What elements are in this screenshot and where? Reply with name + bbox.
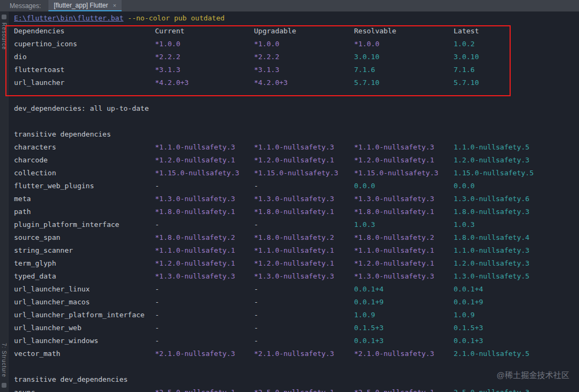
tab-flutter-app[interactable]: [flutter_app] Flutter × (48, 0, 122, 11)
table-row: term_glyph*1.2.0-nullsafety.1*1.2.0-null… (14, 257, 579, 270)
package-name: fluttertoast (14, 63, 155, 76)
table-row: vector_math*2.1.0-nullsafety.3*2.1.0-nul… (14, 347, 579, 360)
tab-label: [flutter_app] Flutter (54, 2, 108, 9)
version-latest: 1.0.2 (454, 38, 579, 51)
table-row: async*2.5.0-nullsafety.1*2.5.0-nullsafet… (14, 386, 579, 392)
version-latest: 1.1.0-nullsafety.3 (454, 244, 579, 257)
version-upgradable: *1.2.0-nullsafety.1 (254, 154, 354, 167)
package-name: dio (14, 51, 155, 63)
sidebar-item-structure[interactable]: 7: Structure (1, 343, 7, 377)
version-latest: 2.5.0-nullsafety.3 (454, 386, 579, 392)
version-latest: 3.0.10 (454, 51, 579, 63)
sidebar-item-resource[interactable]: Resource (1, 23, 7, 50)
version-current: - (155, 309, 254, 322)
messages-label: Messages: (0, 0, 46, 11)
table-row: path*1.8.0-nullsafety.1*1.8.0-nullsafety… (14, 205, 579, 218)
tool-window-icon (2, 15, 6, 19)
version-resolvable: 1.0.3 (354, 218, 454, 231)
table-row: url_launcher*4.2.0+3*4.2.0+35.7.105.7.10 (14, 76, 579, 89)
version-latest: 1.2.0-nullsafety.3 (454, 154, 579, 167)
version-upgradable: *1.8.0-nullsafety.2 (254, 231, 354, 244)
package-name: flutter_web_plugins (14, 180, 155, 193)
table-row: typed_data*1.3.0-nullsafety.3*1.3.0-null… (14, 270, 579, 283)
version-upgradable: *2.1.0-nullsafety.3 (254, 347, 354, 360)
package-name: url_launcher_platform_interface (14, 309, 155, 322)
package-name: path (14, 205, 155, 218)
version-upgradable: - (254, 334, 354, 347)
package-name: collection (14, 167, 155, 180)
version-resolvable: 0.0.0 (354, 180, 454, 193)
version-current: *1.0.0 (155, 38, 254, 51)
version-resolvable: 7.1.6 (354, 63, 454, 76)
version-latest: 1.1.0-nullsafety.5 (454, 141, 579, 154)
version-latest: 5.7.10 (454, 76, 579, 89)
version-current: *2.2.2 (155, 51, 254, 63)
package-name: vector_math (14, 347, 155, 360)
version-latest: 1.15.0-nullsafety.5 (454, 167, 579, 180)
version-upgradable: *1.1.0-nullsafety.1 (254, 244, 354, 257)
table-row: url_launcher_platform_interface--1.0.91.… (14, 309, 579, 322)
version-resolvable: *1.1.0-nullsafety.3 (354, 141, 454, 154)
command-path-link[interactable]: E:\flutter\bin\flutter.bat (14, 14, 124, 22)
watermark: @稀土掘金技术社区 (497, 369, 569, 380)
package-name: url_launcher_macos (14, 296, 155, 309)
table-row: dio*2.2.2*2.2.23.0.103.0.10 (14, 51, 579, 63)
version-current: - (155, 334, 254, 347)
version-resolvable: *2.5.0-nullsafety.1 (354, 386, 454, 392)
package-name: meta (14, 193, 155, 205)
column-header-upgradable: Upgradable (254, 25, 354, 38)
version-resolvable: *1.3.0-nullsafety.3 (354, 270, 454, 283)
transitive-dev-dependencies-table: async*2.5.0-nullsafety.1*2.5.0-nullsafet… (14, 386, 579, 392)
version-upgradable: *4.2.0+3 (254, 76, 354, 89)
column-header-dependencies: Dependencies (14, 25, 155, 38)
version-upgradable: *2.2.2 (254, 51, 354, 63)
version-upgradable: *1.15.0-nullsafety.3 (254, 167, 354, 180)
version-current: *1.2.0-nullsafety.1 (155, 257, 254, 270)
version-upgradable: *1.3.0-nullsafety.3 (254, 270, 354, 283)
table-row: charcode*1.2.0-nullsafety.1*1.2.0-nullsa… (14, 154, 579, 167)
table-row: url_launcher_web--0.1.5+30.1.5+3 (14, 322, 579, 334)
tool-window-stripe: Resource 7: Structure (0, 12, 9, 392)
run-panel-body: Resource 7: Structure E:\flutter\bin\flu… (0, 12, 579, 392)
column-header-latest: Latest (454, 25, 579, 38)
version-latest: 1.8.0-nullsafety.4 (454, 231, 579, 244)
blank-line (14, 360, 579, 373)
version-current: *1.8.0-nullsafety.2 (155, 231, 254, 244)
version-current: *1.3.0-nullsafety.3 (155, 270, 254, 283)
package-name: url_launcher (14, 76, 155, 89)
version-upgradable: *1.1.0-nullsafety.3 (254, 141, 354, 154)
run-panel-header: Messages: [flutter_app] Flutter × (0, 0, 579, 12)
version-resolvable: 0.1.5+3 (354, 322, 454, 334)
version-upgradable: - (254, 283, 354, 296)
version-latest: 2.1.0-nullsafety.5 (454, 347, 579, 360)
version-upgradable: *3.1.3 (254, 63, 354, 76)
transitive-dependencies-table: characters*1.1.0-nullsafety.3*1.1.0-null… (14, 141, 579, 360)
version-resolvable: *1.8.0-nullsafety.2 (354, 231, 454, 244)
console-output: E:\flutter\bin\flutter.bat --no-color pu… (9, 12, 579, 392)
version-resolvable: *1.15.0-nullsafety.3 (354, 167, 454, 180)
version-latest: 1.3.0-nullsafety.6 (454, 193, 579, 205)
blank-line (14, 89, 579, 102)
version-resolvable: 3.0.10 (354, 51, 454, 63)
version-upgradable: - (254, 296, 354, 309)
version-resolvable: 5.7.10 (354, 76, 454, 89)
version-current: - (155, 296, 254, 309)
version-resolvable: *1.0.0 (354, 38, 454, 51)
table-row: cupertino_icons*1.0.0*1.0.0*1.0.01.0.2 (14, 38, 579, 51)
table-row: meta*1.3.0-nullsafety.3*1.3.0-nullsafety… (14, 193, 579, 205)
close-icon[interactable]: × (113, 2, 116, 9)
version-current: *2.1.0-nullsafety.3 (155, 347, 254, 360)
table-row: source_span*1.8.0-nullsafety.2*1.8.0-nul… (14, 231, 579, 244)
version-upgradable: *1.3.0-nullsafety.3 (254, 193, 354, 205)
version-upgradable: - (254, 218, 354, 231)
version-current: - (155, 180, 254, 193)
version-resolvable: 1.0.9 (354, 309, 454, 322)
dev-dependencies-note: dev_dependencies: all up-to-date (14, 102, 579, 115)
version-upgradable: *1.0.0 (254, 38, 354, 51)
version-resolvable: *1.2.0-nullsafety.1 (354, 257, 454, 270)
transitive-dev-dependencies-title: transitive dev_dependencies (14, 373, 579, 386)
dependencies-table: cupertino_icons*1.0.0*1.0.0*1.0.01.0.2di… (14, 38, 579, 89)
version-latest: 0.1.5+3 (454, 322, 579, 334)
version-latest: 7.1.6 (454, 63, 579, 76)
version-current: *1.1.0-nullsafety.1 (155, 244, 254, 257)
